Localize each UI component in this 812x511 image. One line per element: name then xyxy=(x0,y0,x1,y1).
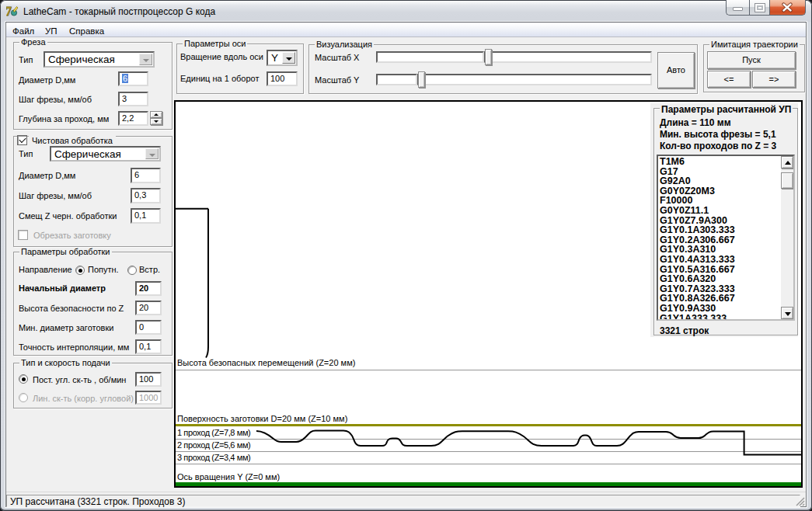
svg-text:7: 7 xyxy=(6,5,12,17)
